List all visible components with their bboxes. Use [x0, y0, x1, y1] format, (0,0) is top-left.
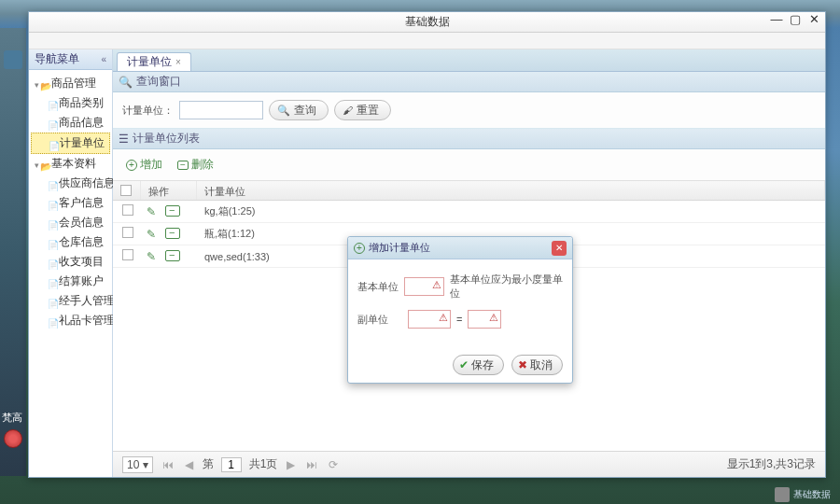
tray-label: 基础数据: [793, 488, 831, 501]
x-icon: ✖: [518, 358, 527, 371]
left-dock: 梵高: [0, 28, 26, 476]
plus-icon: +: [126, 160, 137, 171]
list-panel-header[interactable]: ☰ 计量单位列表: [113, 129, 825, 149]
nav-title: 导航菜单 «: [29, 49, 112, 70]
tree-item-unit[interactable]: 计量单位: [31, 133, 110, 154]
nav-sidebar: 导航菜单 « 商品管理 商品类别 商品信息 计量单位 基本资料 供应商信息 客户…: [29, 49, 113, 477]
alt-unit-input[interactable]: [408, 310, 451, 329]
page-icon: [48, 119, 57, 128]
dialog-close-button[interactable]: ✕: [552, 241, 567, 256]
row-delete-icon[interactable]: [165, 250, 180, 261]
tree-group-products[interactable]: 商品管理: [31, 74, 110, 93]
pager-page-input[interactable]: [221, 457, 242, 472]
tree-item-supplier[interactable]: 供应商信息: [31, 174, 110, 193]
dialog-titlebar[interactable]: + 增加计量单位 ✕: [348, 237, 572, 259]
list-toolbar: +增加 −删除: [113, 149, 825, 180]
close-button[interactable]: ✕: [806, 14, 821, 27]
brush-icon: 🖌: [343, 105, 353, 116]
base-unit-input[interactable]: [404, 277, 443, 296]
dock-icon-1[interactable]: [4, 50, 22, 69]
edit-icon[interactable]: ✎: [147, 250, 160, 263]
minimize-button[interactable]: —: [769, 14, 784, 27]
pager-next[interactable]: ▶: [285, 458, 297, 471]
reset-button[interactable]: 🖌重置: [334, 100, 391, 120]
edit-icon[interactable]: ✎: [147, 228, 160, 241]
alt-unit-label: 副单位: [357, 313, 402, 327]
base-unit-hint: 基本单位应为最小度量单位: [450, 273, 563, 301]
page-icon: [48, 277, 57, 287]
minus-icon: −: [177, 161, 189, 170]
page-icon: [48, 199, 57, 208]
maximize-button[interactable]: ▢: [788, 14, 803, 27]
header-checkbox[interactable]: [120, 185, 132, 196]
tree-item-warehouse[interactable]: 仓库信息: [31, 232, 110, 252]
pager-first[interactable]: ⏮: [161, 458, 175, 471]
pager-prev[interactable]: ◀: [183, 458, 195, 471]
row-checkbox[interactable]: [122, 227, 133, 238]
pager-last[interactable]: ⏭: [304, 458, 319, 471]
pager-refresh[interactable]: ⟳: [327, 458, 340, 471]
tree-item-product-info[interactable]: 商品信息: [31, 113, 110, 133]
folder-icon: [40, 160, 49, 169]
check-icon: ✔: [459, 358, 469, 371]
grid-header: 操作 计量单位: [113, 180, 825, 201]
plus-icon: +: [354, 243, 365, 254]
delete-button[interactable]: −删除: [172, 155, 219, 175]
page-icon: [48, 297, 57, 306]
titlebar: 基础数据 — ▢ ✕: [29, 12, 825, 33]
row-checkbox[interactable]: [122, 249, 133, 260]
page-icon: [48, 218, 57, 228]
tree-group-basic[interactable]: 基本资料: [31, 154, 110, 174]
query-button[interactable]: 🔍查询: [269, 100, 329, 120]
search-icon: 🔍: [119, 76, 133, 89]
folder-icon: [40, 79, 49, 89]
nav-collapse-icon[interactable]: «: [101, 54, 106, 64]
row-delete-icon[interactable]: [165, 205, 180, 217]
edit-icon[interactable]: ✎: [147, 205, 160, 218]
tree-item-revexp[interactable]: 收支项目: [31, 252, 110, 272]
tab-strip: 计量单位 ×: [113, 49, 825, 72]
page-icon: [49, 139, 58, 148]
tree-item-account[interactable]: 结算账户: [31, 272, 110, 291]
row-checkbox[interactable]: [122, 204, 133, 216]
save-button[interactable]: ✔保存: [453, 355, 504, 375]
base-unit-label: 基本单位: [357, 280, 399, 294]
dock-label: 梵高: [2, 411, 22, 425]
search-input[interactable]: [179, 101, 263, 119]
page-icon: [48, 99, 57, 108]
magnifier-icon: 🔍: [277, 105, 290, 117]
add-unit-dialog: + 增加计量单位 ✕ 基本单位 基本单位应为最小度量单位 副单位 = ✔保存 ✖…: [347, 236, 573, 384]
tab-close-icon[interactable]: ×: [175, 57, 181, 67]
pager: 10 ▾ ⏮ ◀ 第 共1页 ▶ ⏭ ⟳ 显示1到3,共3记录: [113, 451, 825, 477]
row-delete-icon[interactable]: [165, 228, 180, 239]
tree-item-customer[interactable]: 客户信息: [31, 193, 110, 213]
taskbar-tray: 基础数据: [775, 487, 831, 502]
search-panel: 计量单位： 🔍查询 🖌重置: [113, 92, 825, 129]
tray-app-icon[interactable]: [775, 487, 790, 502]
add-button[interactable]: +增加: [120, 155, 168, 175]
window-title: 基础数据: [405, 14, 450, 30]
menubar: [29, 33, 825, 49]
alt-unit-ratio-input[interactable]: [468, 310, 501, 329]
page-size-select[interactable]: 10 ▾: [122, 456, 153, 473]
cancel-button[interactable]: ✖取消: [511, 355, 563, 375]
tree-item-handler[interactable]: 经手人管理: [31, 291, 110, 311]
list-icon: ☰: [119, 133, 129, 146]
col-op: 操作: [141, 181, 197, 200]
tree-item-category[interactable]: 商品类别: [31, 93, 110, 113]
search-field-label: 计量单位：: [122, 104, 174, 118]
power-button[interactable]: [4, 429, 22, 448]
col-name: 计量单位: [197, 181, 825, 200]
tree-item-member[interactable]: 会员信息: [31, 213, 110, 232]
page-icon: [48, 179, 57, 189]
table-row[interactable]: ✎ kg,箱(1:25): [113, 201, 825, 223]
search-panel-header[interactable]: 🔍 查询窗口: [113, 72, 825, 92]
page-icon: [48, 238, 57, 247]
tab-unit[interactable]: 计量单位 ×: [117, 52, 191, 71]
page-icon: [48, 316, 57, 326]
tree-item-giftcard[interactable]: 礼品卡管理: [31, 311, 110, 330]
page-icon: [48, 258, 57, 267]
pager-info: 显示1到3,共3记录: [727, 456, 816, 472]
